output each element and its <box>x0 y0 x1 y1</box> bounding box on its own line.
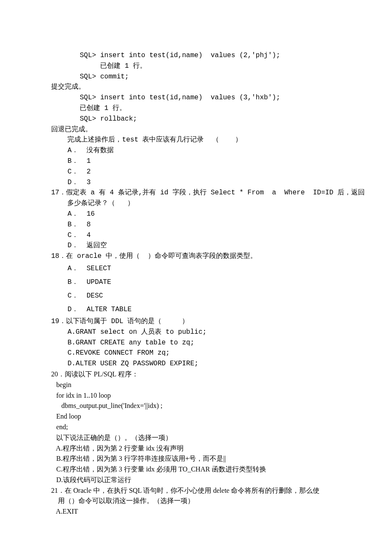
question-16-option-b: B． 1 <box>51 156 341 167</box>
question-17-option-b: B． 8 <box>51 220 341 230</box>
question-20-code: begin <box>51 380 341 390</box>
question-19-prompt: 19．以下语句属于 DDL 语句的是（ ） <box>51 316 341 327</box>
question-18-option-c: C． DESC <box>51 289 341 303</box>
question-20-code: end; <box>51 422 341 433</box>
question-17-option-c: C． 4 <box>51 230 341 241</box>
question-18-option-a: A． SELECT <box>51 262 341 275</box>
question-17-option-a: A． 16 <box>51 209 341 220</box>
question-20-code: for idx in 1..10 loop <box>51 390 341 401</box>
question-19-option-b: B.GRANT CREATE any table to zq; <box>51 338 341 348</box>
question-21-option-a: A.EXIT <box>51 506 341 517</box>
question-16-prompt: 完成上述操作后，test 表中应该有几行记录 （ ） <box>51 135 341 145</box>
code-line: 已创建 1 行。 <box>51 103 341 114</box>
question-17-prompt: 17．假定表 a 有 4 条记录,并有 id 字段，执行 Select * Fr… <box>51 188 341 198</box>
code-line: SQL> insert into test(id,name) values (3… <box>51 92 341 103</box>
question-19-option-d: D.ALTER USER ZQ PASSWORD EXPIRE; <box>51 358 341 369</box>
code-line: 已创建 1 行。 <box>51 61 341 72</box>
question-20-option-a: A.程序出错，因为第 2 行变量 idx 没有声明 <box>51 443 341 454</box>
question-21-prompt: 用（）命令可以取消这一操作。（选择一项） <box>51 496 341 506</box>
question-21-prompt: 21．在 Oracle 中，在执行 SQL 语句时，你不小心使用 delete … <box>51 486 341 496</box>
question-18-option-b: B． UPDATE <box>51 275 341 289</box>
document-page: SQL> insert into test(id,name) values (2… <box>0 0 392 543</box>
question-20-code: dbms_output.put_line('Index='||idx) ; <box>51 401 341 411</box>
code-line: SQL> rollback; <box>51 114 341 124</box>
question-20-subprompt: 以下说法正确的是（）。（选择一项） <box>51 433 341 443</box>
question-20-option-c: C.程序出错，因为第 3 行变量 idx 必须用 TO_CHAR 函数进行类型转… <box>51 464 341 475</box>
text-line: 提交完成。 <box>51 82 341 92</box>
question-20-prompt: 20．阅读以下 PL/SQL 程序： <box>51 369 341 380</box>
text-line: 回退已完成。 <box>51 124 341 135</box>
question-19-option-c: C.REVOKE CONNECT FROM zq; <box>51 348 341 358</box>
question-18-option-d: D． ALTER TABLE <box>51 303 341 316</box>
question-20-option-d: D.该段代码可以正常运行 <box>51 475 341 486</box>
question-20-option-b: B.程序出错，因为第 3 行字符串连接应该用+号，而不是|| <box>51 454 341 464</box>
question-16-option-d: D． 3 <box>51 177 341 188</box>
code-line: SQL> insert into test(id,name) values (2… <box>51 50 341 61</box>
question-19-option-a: A.GRANT select on 人员表 to public; <box>51 327 341 338</box>
question-17-prompt: 多少条记录？（ ） <box>51 198 341 209</box>
question-20-code: End loop <box>51 411 341 422</box>
question-17-option-d: D． 返回空 <box>51 240 341 251</box>
question-16-option-c: C． 2 <box>51 167 341 177</box>
question-16-option-a: A． 没有数据 <box>51 145 341 156</box>
code-line: SQL> commit; <box>51 72 341 82</box>
question-18-prompt: 18．在 oracle 中，使用（ ）命令即可查询表字段的数据类型。 <box>51 251 341 262</box>
